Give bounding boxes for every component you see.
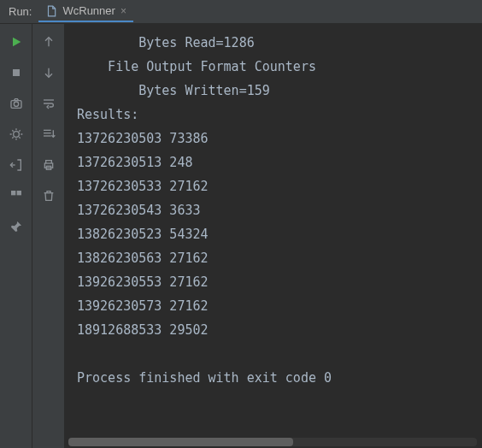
camera-icon[interactable] [7, 94, 26, 113]
stop-button[interactable] [7, 63, 26, 82]
tab-label: WcRunner [62, 4, 115, 17]
run-label: Run: [9, 5, 32, 18]
scrollbar-thumb[interactable] [68, 438, 293, 446]
svg-rect-4 [11, 191, 15, 195]
exit-icon[interactable] [7, 156, 26, 174]
pin-icon[interactable] [7, 217, 26, 236]
scroll-to-end-icon[interactable] [39, 125, 58, 144]
debug-icon[interactable] [7, 125, 26, 144]
horizontal-scrollbar[interactable] [68, 438, 477, 446]
tab-wcrunner[interactable]: WcRunner × [38, 1, 132, 22]
close-icon[interactable]: × [120, 5, 126, 17]
svg-point-3 [13, 132, 19, 138]
soft-wrap-icon[interactable] [39, 94, 58, 113]
svg-point-2 [14, 102, 18, 106]
run-toolbar-mid [32, 24, 65, 448]
run-panel: Bytes Read=1286 File Output Format Count… [0, 24, 482, 448]
print-icon[interactable] [39, 156, 58, 174]
layout-icon[interactable] [7, 186, 26, 205]
trash-icon[interactable] [39, 186, 58, 205]
run-tabbar: Run: WcRunner × [0, 0, 482, 24]
console-output[interactable]: Bytes Read=1286 File Output Format Count… [65, 24, 482, 448]
file-icon [45, 5, 57, 17]
svg-rect-5 [16, 191, 21, 195]
down-icon[interactable] [39, 63, 58, 82]
run-toolbar-left [0, 24, 32, 448]
run-button[interactable] [7, 32, 26, 51]
up-icon[interactable] [39, 32, 58, 51]
svg-rect-0 [13, 69, 20, 76]
